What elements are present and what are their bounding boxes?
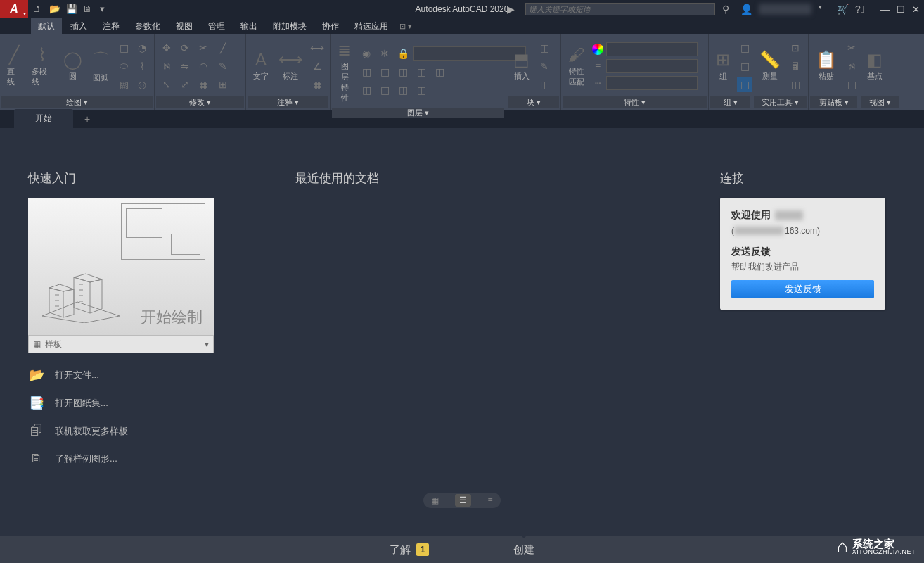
modify-mini-icon[interactable]: ⊞ xyxy=(215,77,231,92)
ribbon-tab-insert[interactable]: 插入 xyxy=(63,18,94,34)
modify-mini-icon[interactable]: ✎ xyxy=(215,58,231,74)
ribbon-tab-parametric[interactable]: 参数化 xyxy=(128,18,167,34)
tool-line[interactable]: ╱直线 xyxy=(4,44,25,89)
layer-mini-icon[interactable]: ◫ xyxy=(377,82,392,98)
panel-label[interactable]: 图层 xyxy=(407,108,423,118)
tool-layer-props[interactable]: ≣图层 特性 xyxy=(335,39,354,105)
view-mode-toggle[interactable]: ▦ ☰ ≡ xyxy=(423,493,501,508)
search-play-icon[interactable]: ▶ xyxy=(507,4,518,15)
copy-icon[interactable]: ⎘ xyxy=(844,58,859,74)
send-feedback-button[interactable]: 发送反馈 xyxy=(731,280,874,298)
tool-paste[interactable]: 📋粘贴 xyxy=(813,49,840,83)
tool-insert-block[interactable]: ⬒插入 xyxy=(511,49,532,83)
cart-icon[interactable]: 🛒 xyxy=(837,4,848,15)
fillet-icon[interactable]: ◠ xyxy=(195,58,211,74)
annotate-mini-icon[interactable]: ∠ xyxy=(309,58,325,74)
detail-view-icon[interactable]: ≡ xyxy=(487,495,492,505)
search-input[interactable] xyxy=(529,5,712,13)
layer-mini-icon[interactable]: ◫ xyxy=(377,64,392,80)
tool-arc[interactable]: ⌒圆弧 xyxy=(89,47,112,84)
save-icon[interactable]: 💾 xyxy=(66,4,77,15)
dropdown-icon[interactable]: ▾ xyxy=(819,4,830,15)
layer-mini-icon[interactable]: ◫ xyxy=(395,82,411,98)
util-mini-icon[interactable]: 🖩 xyxy=(788,58,803,74)
annotate-mini-icon[interactable]: ▦ xyxy=(309,77,325,92)
panel-label[interactable]: 视图 xyxy=(869,97,885,108)
draw-mini-icon[interactable]: ⌇ xyxy=(134,58,150,74)
grid-view-icon[interactable]: ▦ xyxy=(431,495,439,505)
tool-group[interactable]: ⊞组 xyxy=(713,49,733,83)
block-mini-icon[interactable]: ◫ xyxy=(537,77,552,92)
group-mini-icon[interactable]: ◫ xyxy=(737,77,752,92)
ribbon-tab-output[interactable]: 输出 xyxy=(233,18,264,34)
linetype-icon[interactable]: ┄ xyxy=(592,77,603,89)
copy-icon[interactable]: ⎘ xyxy=(159,58,174,74)
new-file-icon[interactable]: 🗋 xyxy=(32,4,44,15)
ribbon-tab-manage[interactable]: 管理 xyxy=(201,18,232,34)
scale-icon[interactable]: ⤢ xyxy=(177,77,193,92)
util-mini-icon[interactable]: ◫ xyxy=(788,77,803,92)
draw-mini-icon[interactable]: ▨ xyxy=(116,77,131,92)
color-icon[interactable] xyxy=(592,44,603,55)
tool-circle[interactable]: ◯圆 xyxy=(60,49,85,83)
draw-mini-icon[interactable]: ◫ xyxy=(116,40,131,56)
annotate-mini-icon[interactable]: ⟷ xyxy=(309,40,325,56)
user-icon[interactable]: 👤 xyxy=(740,4,752,15)
layer-mini-icon[interactable]: ◫ xyxy=(359,64,374,80)
array-icon[interactable]: ▦ xyxy=(195,77,211,92)
modify-mini-icon[interactable]: ╱ xyxy=(215,40,231,56)
move-icon[interactable]: ✥ xyxy=(159,40,174,56)
block-mini-icon[interactable]: ✎ xyxy=(537,58,552,74)
search-box[interactable] xyxy=(525,3,715,15)
link-open-file[interactable]: 📂打开文件... xyxy=(28,367,225,383)
panel-label[interactable]: 修改 xyxy=(189,97,205,108)
template-dropdown[interactable]: ▦样板 ▾ xyxy=(28,335,214,353)
draw-mini-icon[interactable]: ⬭ xyxy=(116,58,131,74)
app-menu-button[interactable]: A ▾ xyxy=(0,0,28,18)
panel-label[interactable]: 组 xyxy=(724,97,731,108)
list-view-icon[interactable]: ☰ xyxy=(455,494,471,507)
panel-label[interactable]: 剪贴板 xyxy=(819,97,842,108)
minimize-button[interactable]: — xyxy=(880,4,890,15)
panel-label[interactable]: 注释 xyxy=(277,97,293,108)
color-combo[interactable] xyxy=(606,42,698,56)
rotate-icon[interactable]: ⟳ xyxy=(177,40,193,56)
layer-mini-icon[interactable]: ◫ xyxy=(413,82,429,98)
ribbon-tab-collab[interactable]: 协作 xyxy=(315,18,346,34)
lineweight-icon[interactable]: ≡ xyxy=(592,61,603,72)
ribbon-tab-annotate[interactable]: 注释 xyxy=(96,18,127,34)
layer-mini-icon[interactable]: ◫ xyxy=(359,82,374,98)
ribbon-tab-default[interactable]: 默认 xyxy=(31,18,62,34)
panel-label[interactable]: 特性 xyxy=(624,97,639,108)
tool-match-props[interactable]: 🖌特性 匹配 xyxy=(565,44,588,89)
ribbon-tab-featured[interactable]: 精选应用 xyxy=(347,18,395,34)
open-file-icon[interactable]: 📂 xyxy=(49,4,60,15)
link-sample-drawings[interactable]: 🗎了解样例图形... xyxy=(28,451,225,466)
panel-label[interactable]: 实用工具 xyxy=(762,97,793,108)
panel-label[interactable]: 绘图 xyxy=(66,97,82,108)
group-mini-icon[interactable]: ◫ xyxy=(737,58,752,74)
link-open-sheetset[interactable]: 📑打开图纸集... xyxy=(28,396,225,411)
draw-mini-icon[interactable]: ◔ xyxy=(134,40,150,56)
cut-icon[interactable]: ✂ xyxy=(844,40,859,56)
tool-text[interactable]: A文字 xyxy=(250,49,271,83)
trim-icon[interactable]: ✂ xyxy=(195,40,211,56)
lineweight-combo[interactable] xyxy=(606,59,698,73)
tool-dimension[interactable]: ⟷标注 xyxy=(276,49,305,83)
ribbon-extra-icon[interactable]: ⊡ ▾ xyxy=(399,22,412,31)
tool-measure[interactable]: 📏测量 xyxy=(757,49,783,83)
link-online-templates[interactable]: 🗐联机获取更多样板 xyxy=(28,424,225,438)
mirror-icon[interactable]: ⇋ xyxy=(177,58,193,74)
group-mini-icon[interactable]: ◫ xyxy=(737,40,752,56)
layer-mini-icon[interactable]: ◫ xyxy=(432,64,447,80)
block-mini-icon[interactable]: ◫ xyxy=(537,40,552,56)
draw-mini-icon[interactable]: ◎ xyxy=(134,77,150,92)
help-icon[interactable]: ?⃝ xyxy=(855,4,866,15)
clip-mini-icon[interactable]: ◫ xyxy=(844,77,859,92)
layer-icon[interactable]: ◉ xyxy=(359,46,374,61)
ribbon-tab-view[interactable]: 视图 xyxy=(169,18,200,34)
maximize-button[interactable]: ☐ xyxy=(897,4,905,15)
start-drawing-card[interactable]: 开始绘制 xyxy=(28,198,214,335)
infocenter-icon[interactable]: ⚲ xyxy=(722,4,733,15)
save-as-icon[interactable]: 🗎 xyxy=(83,4,94,15)
